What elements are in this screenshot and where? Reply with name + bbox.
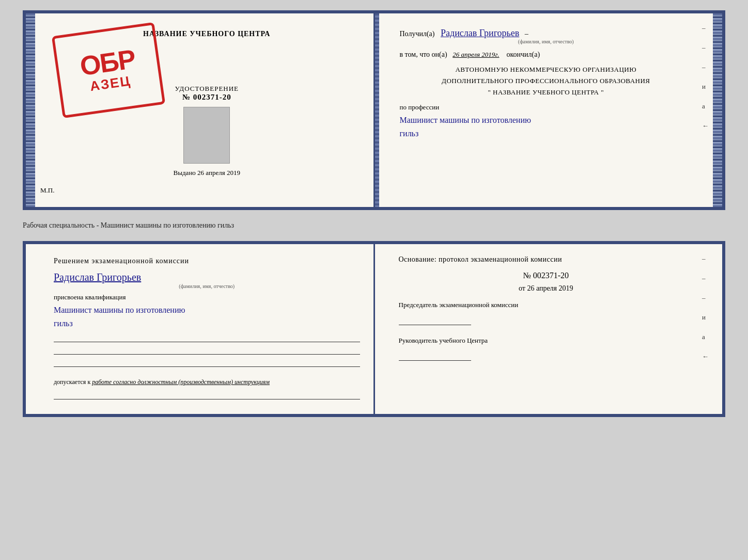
recipient-name: Радислав Григорьев bbox=[441, 28, 519, 38]
dopuskaetsya-block: допускается к работе согласно должностны… bbox=[54, 377, 360, 387]
rukovoditel-sign-line bbox=[399, 350, 471, 361]
dash1: – bbox=[702, 24, 709, 32]
predsedatel-block: Председатель экзаменационной комиссии bbox=[399, 300, 694, 325]
protocol-date: 26 апреля 2019 bbox=[527, 284, 573, 292]
poluchil-label: Получил(а) bbox=[400, 30, 435, 38]
caption-line: Рабочая специальность - Машинист машины … bbox=[23, 219, 725, 232]
dopuskaetsya-prefix: допускается к bbox=[54, 378, 92, 386]
reshen-title: Решением экзаменационной комиссии bbox=[54, 255, 360, 266]
bottom-recipient-name: Радислав Григорьев bbox=[54, 271, 141, 283]
i-label: и bbox=[702, 83, 709, 91]
kvalif-line1: Машинист машины по изготовлению bbox=[54, 306, 185, 314]
photo-placeholder bbox=[183, 107, 230, 164]
underline4 bbox=[54, 390, 360, 399]
obrazets-stamp: ОБР АЗЕЦ bbox=[52, 22, 165, 118]
b-dash2: – bbox=[702, 274, 709, 282]
arrow: ← bbox=[702, 122, 709, 130]
poluchil-line: Получил(а) Радислав Григорьев – (фамилия… bbox=[400, 28, 693, 44]
top-right-panel: Получил(а) Радислав Григорьев – (фамилия… bbox=[375, 13, 723, 207]
a-label: а bbox=[702, 102, 709, 110]
predsedatel-label: Председатель экзаменационной комиссии bbox=[399, 300, 694, 311]
right-margin-dashes: – – – и а ← bbox=[702, 24, 709, 130]
kvalifikatsiya-text: Машинист машины по изготовлению гильз bbox=[54, 303, 360, 330]
profession-text: Машинист машины по изготовлению гильз bbox=[400, 114, 693, 140]
osnov-title: Основание: протокол экзаменационной коми… bbox=[399, 255, 694, 264]
ot-date: от 26 апреля 2019 bbox=[399, 284, 694, 293]
b-dash3: – bbox=[702, 294, 709, 302]
b-arrow: ← bbox=[702, 353, 709, 361]
name-sublabel: (фамилия, имя, отчество) bbox=[400, 39, 693, 44]
underline1 bbox=[54, 333, 360, 342]
underline3 bbox=[54, 358, 360, 367]
vtom-label: в том, что он(а) bbox=[400, 51, 447, 58]
ot-label: от bbox=[519, 284, 525, 292]
dopuskaetsya-text: работе согласно должностным (производств… bbox=[92, 378, 270, 386]
top-left-panel: НАЗВАНИЕ УЧЕБНОГО ЦЕНТРА ОБР АЗЕЦ УДОСТО… bbox=[26, 13, 375, 207]
bottom-name-sublabel: (фамилия, имя, отчество) bbox=[54, 283, 360, 289]
po-professii-label: по профессии bbox=[400, 103, 693, 111]
rukovoditel-label: Руководитель учебного Центра bbox=[399, 335, 694, 346]
profession-line1: Машинист машины по изготовлению bbox=[400, 116, 531, 124]
okonchill-label: окончил(а) bbox=[506, 51, 540, 58]
bottom-right-panel: Основание: протокол экзаменационной коми… bbox=[375, 244, 723, 414]
bottom-right-margin-dashes: – – – и а ← bbox=[702, 254, 709, 361]
predsedatel-sign-line bbox=[399, 315, 471, 325]
avt-block: АВТОНОМНУЮ НЕКОММЕРЧЕСКУЮ ОРГАНИЗАЦИЮ ДО… bbox=[400, 64, 693, 98]
underline2 bbox=[54, 345, 360, 355]
b-i-label: и bbox=[702, 313, 709, 322]
profession-line2: гильз bbox=[400, 129, 419, 138]
mp-line: М.П. bbox=[40, 186, 359, 195]
rukovoditel-block: Руководитель учебного Центра bbox=[399, 335, 694, 361]
dash3: – bbox=[702, 63, 709, 71]
vtom-line: в том, что он(а) 26 апреля 2019г. окончи… bbox=[400, 51, 693, 59]
avt-line1: АВТОНОМНУЮ НЕКОММЕРЧЕСКУЮ ОРГАНИЗАЦИЮ bbox=[400, 64, 693, 75]
bottom-name-block: Радислав Григорьев (фамилия, имя, отчест… bbox=[54, 271, 360, 289]
avt-line3: " НАЗВАНИЕ УЧЕБНОГО ЦЕНТРА " bbox=[400, 87, 693, 98]
top-document: НАЗВАНИЕ УЧЕБНОГО ЦЕНТРА ОБР АЗЕЦ УДОСТО… bbox=[23, 10, 725, 210]
avt-line2: ДОПОЛНИТЕЛЬНОГО ПРОФЕССИОНАЛЬНОГО ОБРАЗО… bbox=[400, 75, 693, 87]
b-dash1: – bbox=[702, 254, 709, 263]
protocol-number: № 002371-20 bbox=[399, 271, 694, 280]
completion-date: 26 апреля 2019г. bbox=[453, 51, 499, 58]
b-a-label: а bbox=[702, 333, 709, 341]
vydano-line: Выдано 26 апреля 2019 bbox=[55, 169, 359, 177]
bottom-document: Решением экзаменационной комиссии Радисл… bbox=[23, 241, 725, 417]
kvalif-line2: гильз bbox=[54, 319, 73, 328]
dash2: – bbox=[702, 43, 709, 52]
bottom-left-panel: Решением экзаменационной комиссии Радисл… bbox=[26, 244, 375, 414]
prisvoena-label: присвоена квалификация bbox=[54, 293, 360, 301]
